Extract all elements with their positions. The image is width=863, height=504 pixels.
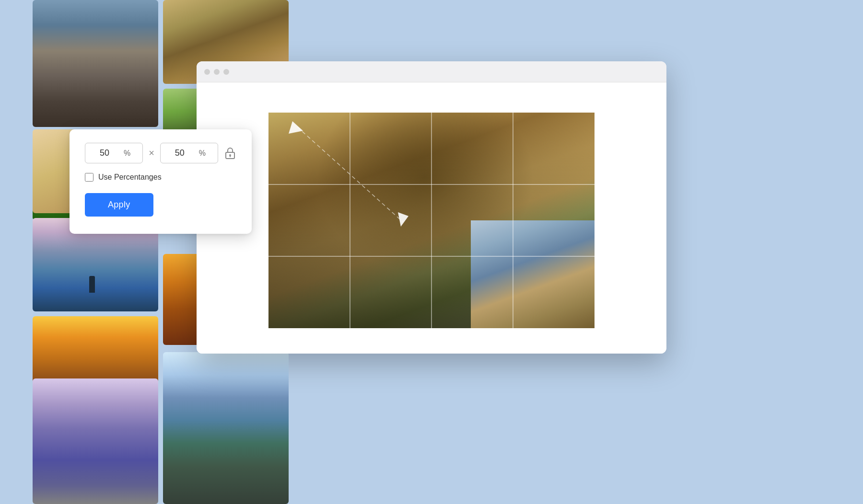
bg-photo-mountains-snow bbox=[163, 352, 289, 504]
svg-point-9 bbox=[229, 154, 231, 156]
width-input-group[interactable]: 50 % bbox=[85, 143, 143, 163]
multiply-sign: × bbox=[149, 148, 154, 159]
dimensions-row: 50 % × 50 % bbox=[85, 143, 236, 163]
checkbox-row[interactable]: Use Percentanges bbox=[85, 173, 236, 182]
browser-dot-green bbox=[223, 69, 229, 75]
popup-panel: 50 % × 50 % Use Percentanges Apply bbox=[70, 129, 252, 234]
bg-photo-mountains bbox=[33, 0, 158, 127]
browser-content bbox=[197, 82, 666, 354]
width-input[interactable]: 50 bbox=[85, 143, 124, 163]
main-image-container bbox=[268, 113, 595, 328]
bg-photo-sky bbox=[33, 378, 158, 504]
use-percentages-checkbox[interactable] bbox=[85, 173, 93, 182]
height-unit: % bbox=[199, 144, 210, 162]
browser-dot-red bbox=[204, 69, 210, 75]
height-input-group[interactable]: 50 % bbox=[160, 143, 218, 163]
apply-button[interactable]: Apply bbox=[85, 193, 153, 217]
lock-button[interactable] bbox=[224, 147, 236, 160]
width-unit: % bbox=[124, 144, 135, 162]
browser-titlebar bbox=[197, 61, 666, 82]
browser-dot-yellow bbox=[214, 69, 220, 75]
height-input[interactable]: 50 bbox=[161, 143, 199, 163]
use-percentages-label[interactable]: Use Percentanges bbox=[98, 173, 162, 182]
browser-window bbox=[197, 61, 666, 354]
